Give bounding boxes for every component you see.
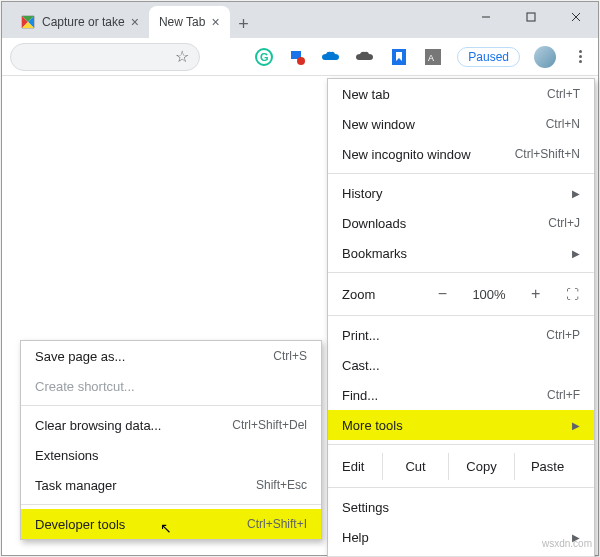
submenu-developer-tools[interactable]: Developer toolsCtrl+Shift+I xyxy=(21,509,321,539)
paste-button[interactable]: Paste xyxy=(514,453,580,480)
watermark: wsxdn.com xyxy=(542,538,592,549)
chevron-right-icon: ▶ xyxy=(572,420,580,431)
menu-cast[interactable]: Cast... xyxy=(328,350,594,380)
menu-label: Zoom xyxy=(342,287,412,302)
window-controls xyxy=(463,2,598,32)
zoom-value: 100% xyxy=(472,287,505,302)
menu-bookmarks[interactable]: Bookmarks▶ xyxy=(328,238,594,268)
bookmark-ext-icon[interactable] xyxy=(389,47,409,67)
menu-label: Developer tools xyxy=(35,517,125,532)
menu-history[interactable]: History▶ xyxy=(328,178,594,208)
menu-label: History xyxy=(342,186,382,201)
tab-favicon xyxy=(20,14,36,30)
menu-print[interactable]: Print...Ctrl+P xyxy=(328,320,594,350)
zoom-out-button[interactable]: − xyxy=(430,285,454,303)
menu-label: Edit xyxy=(342,459,382,474)
tab-title: New Tab xyxy=(159,15,205,29)
zoom-in-button[interactable]: + xyxy=(524,285,548,303)
tab-inactive[interactable]: Capture or take × xyxy=(10,6,149,38)
menu-incognito[interactable]: New incognito windowCtrl+Shift+N xyxy=(328,139,594,169)
submenu-clear-data[interactable]: Clear browsing data...Ctrl+Shift+Del xyxy=(21,410,321,440)
submenu-task-manager[interactable]: Task managerShift+Esc xyxy=(21,470,321,500)
separator xyxy=(21,504,321,505)
menu-find[interactable]: Find...Ctrl+F xyxy=(328,380,594,410)
chevron-right-icon: ▶ xyxy=(572,248,580,259)
shortcut: Ctrl+Shift+I xyxy=(247,517,307,531)
shortcut: Ctrl+S xyxy=(273,349,307,363)
svg-text:A: A xyxy=(428,53,434,63)
pdf-icon[interactable]: A xyxy=(423,47,443,67)
close-icon[interactable]: × xyxy=(131,14,139,30)
tab-active[interactable]: New Tab × xyxy=(149,6,230,38)
submenu-save-page[interactable]: Save page as...Ctrl+S xyxy=(21,341,321,371)
close-window-button[interactable] xyxy=(553,2,598,32)
menu-edit-row: Edit Cut Copy Paste xyxy=(328,449,594,483)
svg-rect-6 xyxy=(527,13,535,21)
menu-label: Clear browsing data... xyxy=(35,418,161,433)
menu-label: Settings xyxy=(342,500,389,515)
main-menu: New tabCtrl+T New windowCtrl+N New incog… xyxy=(327,78,595,557)
menu-more-tools[interactable]: More tools▶ xyxy=(328,410,594,440)
menu-settings[interactable]: Settings xyxy=(328,492,594,522)
profile-paused-pill[interactable]: Paused xyxy=(457,47,520,67)
shortcut: Ctrl+Shift+Del xyxy=(232,418,307,432)
menu-label: Create shortcut... xyxy=(35,379,135,394)
menu-new-tab[interactable]: New tabCtrl+T xyxy=(328,79,594,109)
new-tab-button[interactable]: + xyxy=(230,10,258,38)
menu-zoom: Zoom − 100% + ⛶ xyxy=(328,277,594,311)
menu-label: New incognito window xyxy=(342,147,471,162)
maximize-button[interactable] xyxy=(508,2,553,32)
submenu-extensions[interactable]: Extensions xyxy=(21,440,321,470)
minimize-button[interactable] xyxy=(463,2,508,32)
bookmark-star-icon[interactable]: ☆ xyxy=(175,47,189,66)
avatar[interactable] xyxy=(534,46,556,68)
toolbar: ☆ G A Paused xyxy=(2,38,598,76)
chevron-right-icon: ▶ xyxy=(572,188,580,199)
shortcut: Ctrl+J xyxy=(548,216,580,230)
separator xyxy=(328,173,594,174)
separator xyxy=(328,315,594,316)
shortcut: Ctrl+P xyxy=(546,328,580,342)
cloud-icon[interactable] xyxy=(355,47,375,67)
shortcut: Ctrl+N xyxy=(546,117,580,131)
onedrive-icon[interactable] xyxy=(321,47,341,67)
separator xyxy=(328,487,594,488)
separator xyxy=(21,405,321,406)
submenu-create-shortcut: Create shortcut... xyxy=(21,371,321,401)
menu-label: More tools xyxy=(342,418,403,433)
menu-label: Bookmarks xyxy=(342,246,407,261)
separator xyxy=(328,272,594,273)
extension-flag-icon[interactable] xyxy=(287,47,307,67)
grammarly-icon[interactable]: G xyxy=(255,48,273,66)
menu-new-window[interactable]: New windowCtrl+N xyxy=(328,109,594,139)
menu-label: Downloads xyxy=(342,216,406,231)
tabstrip: Capture or take × New Tab × + xyxy=(2,2,598,38)
menu-label: Print... xyxy=(342,328,380,343)
copy-button[interactable]: Copy xyxy=(448,453,514,480)
close-icon[interactable]: × xyxy=(211,14,219,30)
tab-title: Capture or take xyxy=(42,15,125,29)
menu-label: Extensions xyxy=(35,448,99,463)
menu-kebab-icon[interactable] xyxy=(570,50,590,63)
menu-label: Help xyxy=(342,530,369,545)
shortcut: Shift+Esc xyxy=(256,478,307,492)
more-tools-submenu: Save page as...Ctrl+S Create shortcut...… xyxy=(20,340,322,540)
fullscreen-icon[interactable]: ⛶ xyxy=(566,287,580,302)
menu-label: Save page as... xyxy=(35,349,125,364)
menu-label: Task manager xyxy=(35,478,117,493)
omnibox[interactable]: ☆ xyxy=(10,43,200,71)
shortcut: Ctrl+T xyxy=(547,87,580,101)
shortcut: Ctrl+Shift+N xyxy=(515,147,580,161)
menu-downloads[interactable]: DownloadsCtrl+J xyxy=(328,208,594,238)
cut-button[interactable]: Cut xyxy=(382,453,448,480)
menu-label: New window xyxy=(342,117,415,132)
menu-label: Find... xyxy=(342,388,378,403)
menu-label: Cast... xyxy=(342,358,380,373)
shortcut: Ctrl+F xyxy=(547,388,580,402)
separator xyxy=(328,444,594,445)
menu-label: New tab xyxy=(342,87,390,102)
svg-point-10 xyxy=(297,57,305,65)
